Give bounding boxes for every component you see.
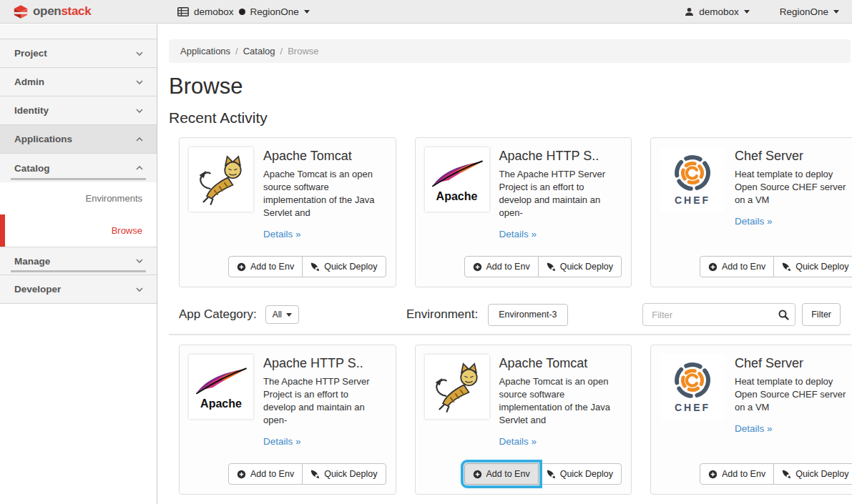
add-to-env-button-highlighted[interactable]: Add to Env [464, 463, 539, 485]
app-card-apache-http: Apache Apache HTTP S.. The Apache HTTP S… [179, 345, 396, 495]
details-link[interactable]: Details » [735, 216, 773, 227]
sidebar-item-catalog[interactable]: Catalog [0, 154, 157, 182]
openstack-logo[interactable]: openstack [13, 4, 91, 19]
separator-dot-icon [239, 9, 245, 15]
apache-logo-text: Apache [200, 398, 242, 410]
sidebar-item-manage[interactable]: Manage [0, 247, 157, 275]
add-to-env-button[interactable]: Add to Env [700, 256, 774, 277]
environment-label: Environment: [406, 307, 478, 322]
card-action-buttons: Add to Env Quick Deploy [700, 463, 852, 485]
sidebar-item-project[interactable]: Project [0, 39, 157, 68]
sidebar-item-browse[interactable]: Browse [0, 214, 157, 247]
app-description: The Apache HTTP Server Project is an eff… [263, 375, 378, 427]
quick-deploy-button[interactable]: Quick Deploy [302, 463, 386, 485]
sidebar-item-applications[interactable]: Applications [0, 125, 157, 154]
openstack-cube-icon [13, 4, 29, 19]
quick-deploy-button[interactable]: Quick Deploy [302, 256, 386, 277]
add-to-env-button[interactable]: Add to Env [228, 256, 303, 277]
add-to-env-button[interactable]: Add to Env [228, 463, 303, 485]
plus-circle-icon [237, 262, 246, 272]
details-link[interactable]: Details » [263, 436, 301, 447]
breadcrumb: Applications / Catalog / Browse [169, 39, 851, 63]
rocket-icon [547, 262, 556, 272]
environment-select-button[interactable]: Environment-3 [488, 304, 567, 326]
app-card-apache-tomcat: Apache Tomcat Apache Tomcat is an open s… [179, 137, 396, 287]
app-description: Heat template to deploy Open Source CHEF… [735, 375, 849, 414]
app-title: Chef Server [735, 148, 849, 164]
breadcrumb-applications[interactable]: Applications [180, 46, 230, 56]
rocket-icon [310, 262, 320, 272]
details-link[interactable]: Details » [735, 423, 773, 434]
chevron-down-icon [135, 287, 144, 292]
section-divider [169, 334, 851, 335]
caret-down-icon [833, 10, 839, 14]
app-card-apache-http: Apache Apache HTTP S.. The Apache HTTP S… [415, 137, 632, 287]
recent-activity-cards: Apache Tomcat Apache Tomcat is an open s… [179, 137, 841, 287]
breadcrumb-separator: / [235, 46, 238, 56]
app-category-label: App Category: [179, 307, 257, 322]
app-card-apache-tomcat: Apache Tomcat Apache Tomcat is an open s… [415, 345, 632, 495]
catalog-filter-bar: App Category: All Environment: Environme… [179, 303, 841, 326]
details-link[interactable]: Details » [499, 229, 537, 239]
chevron-down-icon [135, 79, 144, 85]
chef-logo: CHEF [660, 147, 725, 212]
app-description: The Apache HTTP Server Project is an eff… [499, 168, 614, 219]
app-title: Apache Tomcat [263, 148, 378, 164]
region-menu[interactable]: RegionOne [780, 6, 839, 17]
sidebar-item-identity[interactable]: Identity [0, 97, 157, 125]
plus-circle-icon [708, 470, 718, 479]
app-description: Apache Tomcat is an open source software… [499, 375, 614, 427]
project-list-icon [177, 7, 189, 16]
quick-deploy-button[interactable]: Quick Deploy [538, 463, 622, 485]
sidebar-item-admin[interactable]: Admin [0, 68, 157, 97]
breadcrumb-catalog[interactable]: Catalog [243, 46, 275, 56]
sidebar-item-developer[interactable]: Developer [0, 275, 157, 304]
quick-deploy-button[interactable]: Quick Deploy [773, 463, 852, 485]
rocket-icon [310, 470, 320, 479]
chevron-up-icon [135, 165, 144, 171]
sidebar-top-strip [0, 24, 157, 39]
rocket-icon [547, 470, 556, 479]
rocket-icon [782, 470, 791, 479]
chevron-down-icon [135, 258, 144, 264]
details-link[interactable]: Details » [499, 436, 537, 447]
filter-search [642, 303, 795, 326]
apache-tomcat-logo [189, 147, 253, 212]
region-menu-label: RegionOne [780, 6, 828, 17]
app-category-dropdown[interactable]: All [265, 305, 299, 324]
chef-logo-text: CHEF [675, 402, 710, 413]
breadcrumb-current: Browse [288, 46, 318, 56]
card-action-buttons: Add to Env Quick Deploy [228, 256, 386, 277]
quick-deploy-button[interactable]: Quick Deploy [538, 256, 622, 277]
catalog-result-cards: Apache Apache HTTP S.. The Apache HTTP S… [179, 345, 841, 495]
app-title: Chef Server [735, 355, 849, 371]
project-region-switcher[interactable]: demobox RegionOne [177, 6, 310, 17]
user-menu-label: demobox [699, 6, 739, 17]
page-title: Browse [169, 74, 851, 99]
details-link[interactable]: Details » [263, 229, 301, 239]
caret-down-icon [286, 313, 292, 317]
plus-circle-icon [708, 262, 718, 272]
user-icon [685, 7, 694, 16]
caret-down-icon [744, 10, 750, 14]
quick-deploy-button[interactable]: Quick Deploy [773, 256, 852, 277]
add-to-env-button[interactable]: Add to Env [700, 463, 774, 485]
user-menu[interactable]: demobox [685, 6, 750, 17]
chef-logo-text: CHEF [675, 194, 710, 206]
filter-button[interactable]: Filter [802, 303, 841, 326]
caret-down-icon [304, 10, 310, 14]
context-project-name: demobox [194, 6, 234, 17]
sidebar-nav: Project Admin Identity Applications Cata… [0, 24, 157, 504]
breadcrumb-separator: / [280, 46, 283, 56]
search-icon[interactable] [778, 309, 789, 323]
add-to-env-button[interactable]: Add to Env [464, 256, 539, 277]
context-region-name: RegionOne [250, 6, 299, 17]
app-title: Apache HTTP S.. [499, 148, 614, 164]
apache-http-logo: Apache [189, 355, 253, 419]
sidebar-item-environments[interactable]: Environments [0, 182, 157, 214]
card-action-buttons: Add to Env Quick Deploy [228, 463, 386, 485]
filter-input[interactable] [642, 303, 795, 326]
chef-logo: CHEF [660, 355, 725, 419]
app-title: Apache Tomcat [499, 355, 614, 371]
brand-wordmark: openstack [33, 4, 91, 19]
